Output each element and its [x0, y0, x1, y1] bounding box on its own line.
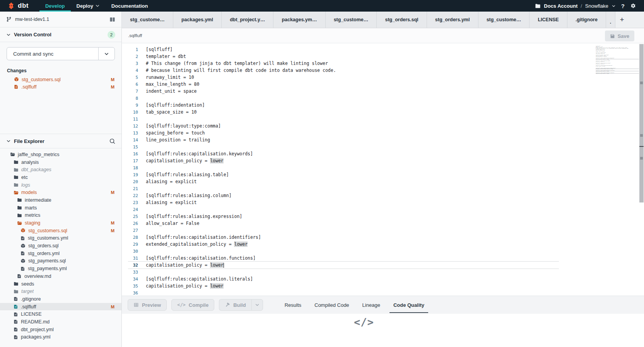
nav-item-documentation[interactable]: Documentation: [106, 0, 154, 12]
build-options-caret[interactable]: [251, 299, 263, 311]
account-switcher[interactable]: Docs Account / Snowflake: [535, 3, 616, 9]
panel-tab-code-quality[interactable]: Code Quality: [393, 296, 424, 314]
code-line-12[interactable]: 12[sqlfluff:layout:type:comma]: [128, 122, 559, 129]
editor-tab[interactable]: stg_orders.sql: [377, 12, 427, 28]
tree-item-README.md[interactable]: README.md: [0, 318, 121, 326]
code-line-6[interactable]: 6max_line_length = 80: [128, 81, 559, 88]
change-item[interactable]: .sqlfluffM: [0, 83, 121, 90]
code-line-24[interactable]: 24: [128, 206, 559, 213]
tree-item-dbt_project.yml[interactable]: dbt_project.yml: [0, 326, 121, 333]
code-line-8[interactable]: 8: [128, 95, 559, 102]
code-line-33[interactable]: 33: [128, 269, 559, 276]
tree-item-stg_payments.sql[interactable]: stg_payments.sql: [0, 257, 121, 265]
code-line-28[interactable]: 28[sqlfluff:rules:capitalisation.identif…: [128, 234, 559, 241]
tree-item-stg_payments.yml[interactable]: stg_payments.yml: [0, 265, 121, 272]
tree-item-seeds[interactable]: seeds: [0, 280, 121, 288]
code-line-5[interactable]: 5runaway_limit = 10: [128, 74, 559, 81]
code-line-3[interactable]: 3# This change (from jinja to dbt templa…: [128, 60, 559, 67]
nav-item-develop[interactable]: Develop: [39, 0, 71, 12]
tree-item-marts[interactable]: marts: [0, 204, 121, 212]
docs-panels-icon[interactable]: [109, 17, 115, 22]
code-line-2[interactable]: 2templater = dbt: [128, 53, 559, 60]
editor-tab[interactable]: stg_custome…: [122, 12, 173, 28]
panel-tab-lineage[interactable]: Lineage: [362, 296, 380, 314]
overflow-tab[interactable]: .: [606, 12, 615, 28]
code-line-25[interactable]: 25[sqlfluff:rules:aliasing.expression]: [128, 213, 559, 220]
tree-item-LICENSE[interactable]: LICENSE: [0, 310, 121, 318]
editor-tab[interactable]: packages.yml: [173, 12, 222, 28]
editor-tab[interactable]: stg_custome…: [326, 12, 377, 28]
panel-tab-compiled-code[interactable]: Compiled Code: [314, 296, 349, 314]
code-line-31[interactable]: 31[sqlfluff:rules:capitalisation.functio…: [128, 255, 559, 262]
tree-item-dbt_packages[interactable]: dbt_packages: [0, 166, 121, 174]
code-line-9[interactable]: 9[sqlfluff:indentation]: [128, 102, 559, 109]
tree-item-packages.yml[interactable]: packages.yml: [0, 333, 121, 341]
commit-options-caret[interactable]: [98, 48, 114, 60]
code-line-21[interactable]: 21: [128, 185, 559, 192]
code-line-11[interactable]: 11: [128, 116, 559, 122]
code-line-17[interactable]: 17capitalisation_policy = lower: [128, 157, 559, 164]
gear-icon[interactable]: [630, 3, 636, 9]
code-line-22[interactable]: 22[sqlfluff:rules:aliasing.column]: [128, 192, 559, 199]
editor-tab[interactable]: .gitignore: [567, 12, 606, 28]
tree-item-stg_customers.yml[interactable]: stg_customers.yml: [0, 235, 121, 242]
minimap[interactable]: [sqlfluff]templater = dbt# This change (…: [596, 46, 639, 75]
code-line-26[interactable]: 26allow_scalar = False: [128, 220, 559, 227]
code-line-35[interactable]: 35capitalisation_policy = lower: [128, 282, 559, 289]
tree-item-logs[interactable]: logs: [0, 181, 121, 189]
code-line-32[interactable]: 32capitalisation_policy = lower: [128, 262, 559, 269]
change-item[interactable]: stg_customers.sqlM: [0, 76, 121, 83]
compile-button[interactable]: </>Compile: [171, 299, 214, 311]
code-line-23[interactable]: 23aliasing = explicit: [128, 199, 559, 206]
save-button[interactable]: Save: [605, 31, 634, 41]
editor-tab[interactable]: dbt_project.y…: [222, 12, 273, 28]
commit-and-sync-button[interactable]: Commit and sync: [7, 47, 115, 60]
editor-tab[interactable]: packages.ym…: [273, 12, 325, 28]
code-line-36[interactable]: 36: [128, 289, 559, 296]
nav-item-deploy[interactable]: Deploy: [71, 0, 106, 12]
editor-tab[interactable]: LICENSE: [530, 12, 567, 28]
tree-item-.gitignore[interactable]: .gitignore: [0, 295, 121, 303]
tree-item-etc[interactable]: etc: [0, 174, 121, 181]
code-line-1[interactable]: 1[sqlfluff]: [128, 46, 559, 53]
code-line-13[interactable]: 13spacing_before = touch: [128, 129, 559, 136]
version-control-header[interactable]: Version Control 2: [0, 27, 121, 42]
code-line-10[interactable]: 10tab_space_size = 10: [128, 109, 559, 116]
code-line-20[interactable]: 20aliasing = explicit: [128, 178, 559, 185]
code-line-16[interactable]: 16[sqlfluff:rules:capitalisation.keyword…: [128, 150, 559, 157]
tree-item-stg_orders.sql[interactable]: stg_orders.sql: [0, 242, 121, 250]
tree-item-staging[interactable]: stagingM: [0, 219, 121, 227]
tree-item-metrics[interactable]: metrics: [0, 212, 121, 219]
code-line-29[interactable]: 29extended_capitalisation_policy = lower: [128, 241, 559, 248]
search-icon[interactable]: [109, 138, 115, 144]
code-line-34[interactable]: 34[sqlfluff:rules:capitalisation.literal…: [128, 276, 559, 282]
tree-item-stg_orders.yml[interactable]: stg_orders.yml: [0, 250, 121, 257]
tree-item-models[interactable]: modelsM: [0, 189, 121, 196]
new-tab-button[interactable]: +: [615, 12, 629, 28]
editor-scrollbar[interactable]: [639, 44, 644, 202]
tree-item-analysis[interactable]: analysis: [0, 158, 121, 166]
code-editor[interactable]: 1[sqlfluff]2templater = dbt3# This chang…: [122, 43, 644, 296]
code-line-30[interactable]: 30: [128, 248, 559, 255]
help-icon[interactable]: ?: [621, 3, 625, 9]
code-line-15[interactable]: 15: [128, 143, 559, 150]
panel-tab-results[interactable]: Results: [285, 296, 301, 314]
branch-row[interactable]: mw-test-idev1.1: [0, 12, 121, 27]
dbt-logo[interactable]: dbt: [0, 0, 34, 12]
code-line-7[interactable]: 7indent_unit = space: [128, 88, 559, 95]
editor-tab[interactable]: stg_orders.yml: [427, 12, 478, 28]
preview-button[interactable]: Preview: [128, 299, 167, 311]
file-explorer-header[interactable]: File Explorer: [0, 134, 121, 148]
tree-item-.sqlfluff[interactable]: .sqlfluffM: [0, 303, 121, 311]
tree-item-target[interactable]: target: [0, 287, 121, 295]
tree-item-intermediate[interactable]: intermediate: [0, 196, 121, 204]
tree-item-jaffle_shop_metrics[interactable]: jaffle_shop_metrics: [0, 151, 121, 158]
build-button[interactable]: Build: [219, 299, 251, 311]
tree-item-stg_customers.sql[interactable]: stg_customers.sqlM: [0, 227, 121, 235]
code-line-27[interactable]: 27: [128, 227, 559, 234]
tree-item-overview.md[interactable]: overview.md: [0, 272, 121, 280]
code-line-4[interactable]: 4# because linting will first compile db…: [128, 67, 559, 74]
editor-tab[interactable]: stg_custome…: [478, 12, 530, 28]
code-line-19[interactable]: 19[sqlfluff:rules:aliasing.table]: [128, 171, 559, 178]
code-line-14[interactable]: 14line_position = trailing: [128, 136, 559, 143]
